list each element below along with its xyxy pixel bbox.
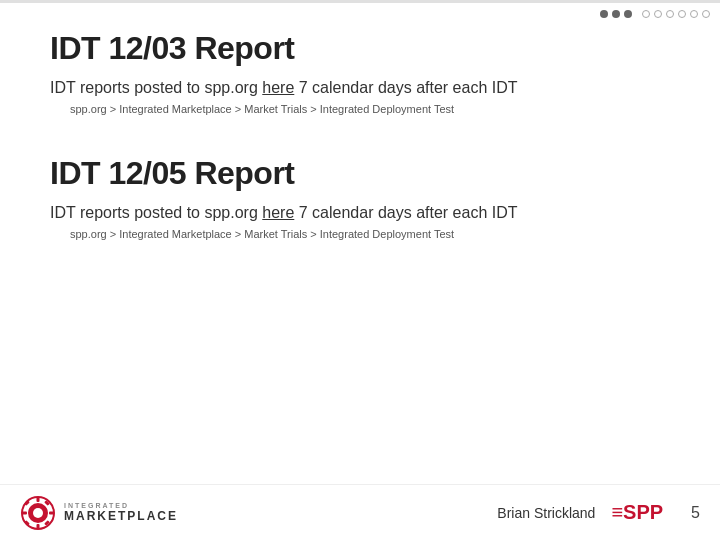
- dot-outline-6: [702, 10, 710, 18]
- subtitle-1-prefix: IDT reports posted to spp.org: [50, 79, 262, 96]
- svg-rect-3: [37, 497, 40, 502]
- presenter-name: Brian Strickland: [497, 505, 595, 521]
- subtitle-2-suffix: 7 calendar days after each IDT: [294, 204, 517, 221]
- logo-text: INTEGRATED MARKETPLACE: [64, 502, 178, 523]
- spp-text: ≡SPP: [611, 501, 663, 524]
- page-number: 5: [691, 504, 700, 522]
- here-link-1[interactable]: here: [262, 79, 294, 96]
- breadcrumb-1: spp.org > Integrated Marketplace > Marke…: [70, 103, 670, 115]
- section-1-title: IDT 12/03 Report: [50, 30, 670, 67]
- here-link-2[interactable]: here: [262, 204, 294, 221]
- dot-outline-3: [666, 10, 674, 18]
- svg-point-2: [33, 508, 43, 518]
- svg-rect-6: [49, 511, 54, 514]
- footer: INTEGRATED MARKETPLACE Brian Strickland …: [0, 484, 720, 540]
- solid-dots: [600, 10, 632, 18]
- dot-outline-4: [678, 10, 686, 18]
- logo-text-integrated: INTEGRATED: [64, 502, 178, 509]
- spp-logo: ≡SPP: [611, 501, 663, 524]
- subtitle-2-prefix: IDT reports posted to spp.org: [50, 204, 262, 221]
- main-content: IDT 12/03 Report IDT reports posted to s…: [50, 30, 670, 480]
- dot-2: [612, 10, 620, 18]
- breadcrumb-2: spp.org > Integrated Marketplace > Marke…: [70, 228, 670, 240]
- logo-icon: [20, 495, 56, 531]
- footer-right: Brian Strickland ≡SPP 5: [497, 501, 700, 524]
- logo-text-marketplace: MARKETPLACE: [64, 509, 178, 523]
- outline-dots: [642, 10, 710, 18]
- dot-outline-2: [654, 10, 662, 18]
- logo-area: INTEGRATED MARKETPLACE: [20, 495, 178, 531]
- dot-outline-1: [642, 10, 650, 18]
- section-1-subtitle: IDT reports posted to spp.org here 7 cal…: [50, 79, 670, 97]
- section-idt-1205: IDT 12/05 Report IDT reports posted to s…: [50, 155, 670, 240]
- dots-decoration: [600, 10, 710, 18]
- dot-1: [600, 10, 608, 18]
- dot-3: [624, 10, 632, 18]
- svg-rect-4: [37, 524, 40, 529]
- section-2-subtitle: IDT reports posted to spp.org here 7 cal…: [50, 204, 670, 222]
- dot-outline-5: [690, 10, 698, 18]
- subtitle-1-suffix: 7 calendar days after each IDT: [294, 79, 517, 96]
- top-decorative-line: [0, 0, 720, 3]
- section-2-title: IDT 12/05 Report: [50, 155, 670, 192]
- svg-rect-5: [22, 511, 27, 514]
- section-idt-1203: IDT 12/03 Report IDT reports posted to s…: [50, 30, 670, 115]
